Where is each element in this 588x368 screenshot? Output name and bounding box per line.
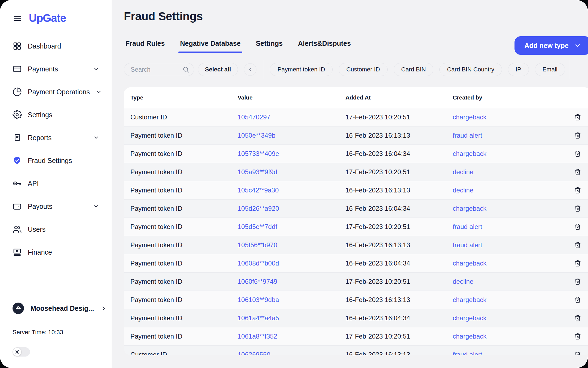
delete-row-button[interactable]: [573, 222, 582, 231]
sidebar-item-label: Payment Operations: [28, 88, 90, 96]
theme-toggle[interactable]: [13, 347, 30, 357]
row-value-link[interactable]: 105c42**9a30: [238, 186, 279, 194]
row-value-link[interactable]: 105733**409e: [238, 150, 279, 157]
row-created-by-link[interactable]: decline: [453, 278, 473, 285]
delete-row-button[interactable]: [573, 332, 582, 341]
table-row: Payment token ID 105d5e**7ddf 17-Feb-202…: [124, 218, 588, 236]
report-icon: [13, 133, 22, 142]
brand-logo: UpGate: [29, 12, 66, 24]
row-created-by-link[interactable]: fraud alert: [453, 241, 482, 249]
table-body: Customer ID 105470297 17-Feb-2023 10:20:…: [124, 108, 588, 355]
filter-chip[interactable]: Email: [535, 63, 565, 76]
row-value-link[interactable]: 105d5e**7ddf: [238, 223, 277, 230]
row-added-at: 16-Feb-2023 16:13:13: [345, 186, 453, 194]
row-type: Payment token ID: [130, 314, 238, 322]
banknote-icon: [13, 248, 22, 257]
table-row: Payment token ID 1050e**349b 16-Feb-2023…: [124, 126, 588, 144]
row-value-link[interactable]: 1061a4**a4a5: [238, 314, 279, 322]
search-input[interactable]: [130, 66, 180, 74]
delete-row-button[interactable]: [573, 113, 582, 122]
row-created-by-link[interactable]: decline: [453, 168, 473, 176]
sidebar-item-api[interactable]: API: [0, 172, 112, 195]
delete-row-button[interactable]: [573, 350, 582, 355]
main-content: Fraud Settings Add new type Fraud Rules …: [112, 0, 588, 368]
delete-row-button[interactable]: [573, 313, 582, 323]
delete-row-button[interactable]: [573, 167, 582, 177]
users-icon: [13, 225, 22, 234]
row-added-at: 17-Feb-2023 10:20:51: [345, 168, 453, 176]
row-created-by-link[interactable]: decline: [453, 186, 473, 194]
sidebar-item-label: Finance: [28, 248, 52, 256]
sidebar-item-dashboard[interactable]: Dashboard: [0, 35, 112, 58]
row-created-by-link[interactable]: fraud alert: [453, 132, 482, 139]
sidebar-item-label: Settings: [28, 111, 52, 119]
row-value-link[interactable]: 105f56**b970: [238, 241, 277, 249]
delete-row-button[interactable]: [573, 240, 582, 250]
row-type: Customer ID: [130, 113, 238, 121]
sidebar-item-payments[interactable]: Payments: [0, 58, 112, 80]
delete-row-button[interactable]: [573, 131, 582, 140]
row-value-link[interactable]: 1061a8**f352: [238, 333, 277, 340]
row-value-link[interactable]: 106103**9dba: [238, 296, 279, 303]
row-created-by-link[interactable]: fraud alert: [453, 223, 482, 230]
trash-icon: [574, 186, 582, 194]
sidebar-item-fraud-settings[interactable]: Fraud Settings: [0, 149, 112, 172]
row-value-link[interactable]: 105a93**9f9d: [238, 168, 277, 176]
tab-alerts-disputes[interactable]: Alerts&Disputes: [296, 39, 353, 53]
filter-chip[interactable]: Card BIN: [394, 63, 433, 76]
delete-row-button[interactable]: [573, 186, 582, 195]
server-time: Server Time: 10:33: [13, 329, 100, 336]
row-value-link[interactable]: 105470297: [238, 113, 270, 121]
filter-chip[interactable]: Payment token ID: [270, 63, 333, 76]
row-created-by-link[interactable]: chargeback: [453, 205, 486, 212]
row-added-at: 16-Feb-2023 16:13:13: [345, 351, 453, 355]
negative-database-table: Type Value Added At Created by Customer …: [124, 87, 588, 355]
row-created-by-link[interactable]: fraud alert: [453, 351, 482, 355]
column-header-value: Value: [238, 94, 345, 101]
row-created-by-link[interactable]: chargeback: [453, 260, 486, 267]
sidebar-item-payment-operations[interactable]: Payment Operations: [0, 80, 112, 103]
trash-icon: [574, 131, 582, 140]
search-icon: [182, 66, 189, 73]
sidebar-item-reports[interactable]: Reports: [0, 126, 112, 149]
tab-negative-database[interactable]: Negative Database: [178, 39, 242, 53]
row-created-by-link[interactable]: chargeback: [453, 150, 486, 157]
add-new-type-button[interactable]: Add new type: [514, 36, 588, 55]
add-new-type-label: Add new type: [524, 42, 569, 50]
delete-row-button[interactable]: [573, 259, 582, 268]
filter-chip[interactable]: IP: [508, 63, 529, 76]
filter-chip[interactable]: Customer ID: [339, 63, 387, 76]
delete-row-button[interactable]: [573, 204, 582, 213]
delete-row-button[interactable]: [573, 277, 582, 286]
row-created-by-link[interactable]: chargeback: [453, 113, 486, 121]
sidebar-item-settings[interactable]: Settings: [0, 103, 112, 126]
row-created-by-link[interactable]: chargeback: [453, 314, 486, 322]
row-value-link[interactable]: 105d26**a920: [238, 205, 279, 212]
tab-settings[interactable]: Settings: [254, 39, 284, 53]
sidebar-item-users[interactable]: Users: [0, 218, 112, 241]
select-all-button[interactable]: Select all: [198, 63, 238, 76]
account-switcher[interactable]: Moosehead Desig...: [13, 303, 100, 314]
sidebar: UpGate Dashboard Payments: [0, 0, 112, 368]
delete-row-button[interactable]: [573, 295, 582, 304]
row-value-link[interactable]: 10608d**b00d: [238, 260, 279, 267]
sidebar-item-payouts[interactable]: Payouts: [0, 195, 112, 218]
row-value-link[interactable]: 1050e**349b: [238, 132, 275, 139]
row-type: Payment token ID: [130, 168, 238, 176]
delete-row-button[interactable]: [573, 149, 582, 158]
row-value-link[interactable]: 1060f6**9749: [238, 278, 277, 285]
sidebar-header: UpGate: [0, 12, 112, 24]
tab-fraud-rules[interactable]: Fraud Rules: [124, 39, 166, 53]
scroll-chips-left-button[interactable]: [244, 63, 256, 76]
filter-chip[interactable]: Card BIN Country: [439, 63, 502, 76]
row-value-link[interactable]: 106269550: [238, 351, 270, 355]
row-created-by-link[interactable]: chargeback: [453, 333, 486, 340]
row-type: Payment token ID: [130, 205, 238, 212]
app-window: UpGate Dashboard Payments: [0, 0, 588, 368]
hamburger-menu-icon[interactable]: [13, 13, 22, 23]
row-created-by-link[interactable]: chargeback: [453, 296, 486, 303]
sidebar-item-finance[interactable]: Finance: [0, 241, 112, 264]
table-row: Customer ID 106269550 16-Feb-2023 16:13:…: [124, 345, 588, 355]
chevron-down-icon: [93, 203, 99, 209]
table-row: Customer ID 105470297 17-Feb-2023 10:20:…: [124, 108, 588, 126]
